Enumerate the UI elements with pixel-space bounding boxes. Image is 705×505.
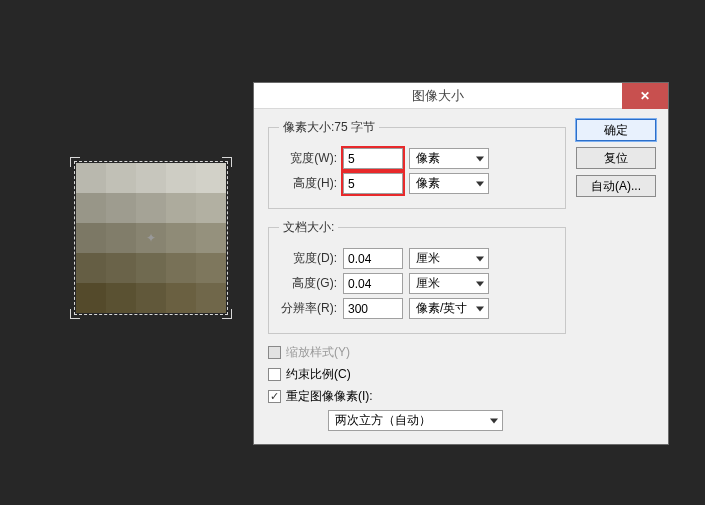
constrain-label: 约束比例(C) xyxy=(286,366,351,383)
doc-size-group: 文档大小: 宽度(D): 厘米 高度(G): 厘米 xyxy=(268,219,566,334)
pixel-size-group: 像素大小:75 字节 宽度(W): 像素 高度(H): 像素 xyxy=(268,119,566,209)
height-px-input[interactable] xyxy=(343,173,403,194)
canvas-preview: ✦ xyxy=(76,163,226,313)
resolution-label: 分辨率(R): xyxy=(279,300,337,317)
titlebar[interactable]: 图像大小 ✕ xyxy=(254,83,668,109)
chevron-down-icon xyxy=(476,156,484,161)
resolution-unit-select[interactable]: 像素/英寸 xyxy=(409,298,489,319)
width-doc-input[interactable] xyxy=(343,248,403,269)
close-button[interactable]: ✕ xyxy=(622,83,668,109)
width-doc-unit-select[interactable]: 厘米 xyxy=(409,248,489,269)
width-doc-unit-label: 厘米 xyxy=(416,250,440,267)
chevron-down-icon xyxy=(476,306,484,311)
chevron-down-icon xyxy=(476,256,484,261)
height-px-unit-select[interactable]: 像素 xyxy=(409,173,489,194)
image-size-dialog: 图像大小 ✕ 像素大小:75 字节 宽度(W): 像素 高度(H): xyxy=(253,82,669,445)
width-px-unit-label: 像素 xyxy=(416,150,440,167)
resolution-input[interactable] xyxy=(343,298,403,319)
dialog-title: 图像大小 xyxy=(254,87,622,105)
doc-size-legend: 文档大小: xyxy=(279,219,338,236)
chevron-down-icon xyxy=(490,418,498,423)
center-mark-icon: ✦ xyxy=(146,233,156,243)
width-doc-label: 宽度(D): xyxy=(279,250,337,267)
auto-button[interactable]: 自动(A)... xyxy=(576,175,656,197)
resolution-unit-label: 像素/英寸 xyxy=(416,300,467,317)
pixel-size-legend: 像素大小:75 字节 xyxy=(279,119,379,136)
handle-br[interactable] xyxy=(222,309,232,319)
resample-method-label: 两次立方（自动） xyxy=(335,412,431,429)
height-doc-label: 高度(G): xyxy=(279,275,337,292)
scale-styles-checkbox xyxy=(268,346,281,359)
chevron-down-icon xyxy=(476,281,484,286)
height-px-unit-label: 像素 xyxy=(416,175,440,192)
width-px-input[interactable] xyxy=(343,148,403,169)
resample-checkbox[interactable] xyxy=(268,390,281,403)
chevron-down-icon xyxy=(476,181,484,186)
height-doc-unit-select[interactable]: 厘米 xyxy=(409,273,489,294)
handle-tr[interactable] xyxy=(222,157,232,167)
cancel-button[interactable]: 复位 xyxy=(576,147,656,169)
handle-tl[interactable] xyxy=(70,157,80,167)
width-px-unit-select[interactable]: 像素 xyxy=(409,148,489,169)
resample-method-select[interactable]: 两次立方（自动） xyxy=(328,410,503,431)
resample-label: 重定图像像素(I): xyxy=(286,388,373,405)
width-px-label: 宽度(W): xyxy=(279,150,337,167)
height-doc-unit-label: 厘米 xyxy=(416,275,440,292)
scale-styles-label: 缩放样式(Y) xyxy=(286,344,350,361)
close-icon: ✕ xyxy=(640,89,650,103)
handle-bl[interactable] xyxy=(70,309,80,319)
constrain-checkbox[interactable] xyxy=(268,368,281,381)
height-px-label: 高度(H): xyxy=(279,175,337,192)
height-doc-input[interactable] xyxy=(343,273,403,294)
ok-button[interactable]: 确定 xyxy=(576,119,656,141)
